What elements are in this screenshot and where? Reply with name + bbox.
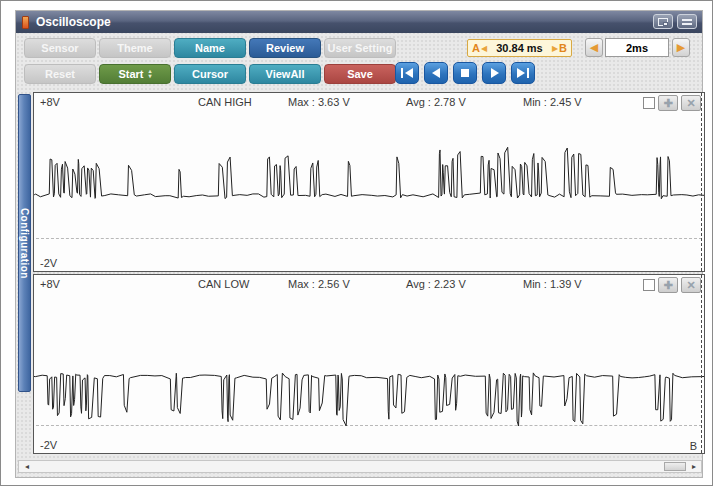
step-back-button[interactable] xyxy=(424,62,448,84)
viewall-button[interactable]: ViewAll xyxy=(249,64,321,84)
stop-button[interactable] xyxy=(453,62,477,84)
close-button[interactable]: ✕ xyxy=(681,277,701,293)
playback-controls xyxy=(395,62,535,84)
ab-time-value: 30.84 ms xyxy=(496,42,542,54)
b-marker-right-icon[interactable]: ▶ xyxy=(552,44,558,53)
scale-bottom-label: -2V xyxy=(40,257,57,269)
start-button-label: Start xyxy=(118,65,143,84)
start-button[interactable]: Start ▴▾ xyxy=(99,64,171,84)
skip-start-icon xyxy=(401,68,413,78)
skip-start-button[interactable] xyxy=(395,62,419,84)
channel-checkbox[interactable] xyxy=(643,97,655,109)
can-low-waveform xyxy=(34,275,704,453)
add-button[interactable]: ✚ xyxy=(658,95,678,111)
add-button[interactable]: ✚ xyxy=(658,277,678,293)
review-button[interactable]: Review xyxy=(249,38,321,58)
screenshot-frame: Oscilloscope Sensor Theme Name Review Us… xyxy=(0,0,713,486)
b-marker-label: B xyxy=(559,42,567,54)
window-layout-button[interactable] xyxy=(677,14,697,29)
close-icon: ✕ xyxy=(686,97,695,109)
sensor-button[interactable]: Sensor xyxy=(24,38,96,58)
channel-name: CAN HIGH xyxy=(198,96,252,108)
step-back-icon xyxy=(430,68,442,78)
b-cursor-line[interactable] xyxy=(701,93,702,271)
close-icon: ✕ xyxy=(686,279,695,291)
scale-top-label: +8V xyxy=(40,278,60,290)
name-button[interactable]: Name xyxy=(174,38,246,58)
titlebar: Oscilloscope xyxy=(16,11,702,33)
b-cursor-line[interactable] xyxy=(701,275,702,453)
cursor-button[interactable]: Cursor xyxy=(174,64,246,84)
scale-top-label: +8V xyxy=(40,96,60,108)
scroll-right-icon[interactable]: ▸ xyxy=(688,461,700,472)
a-marker-left-icon[interactable]: ◀ xyxy=(481,44,487,53)
waveform-panel-can-low: +8V CAN LOW Max : 2.56 V Avg : 2.23 V Mi… xyxy=(33,274,705,454)
timebase-value[interactable]: 2ms xyxy=(605,38,669,57)
scale-bottom-label: -2V xyxy=(40,439,57,451)
play-icon xyxy=(488,68,500,78)
stop-icon xyxy=(459,68,471,78)
b-cursor-label: B xyxy=(690,440,697,452)
max-value: Max : 3.63 V xyxy=(288,96,350,108)
close-button[interactable]: ✕ xyxy=(681,95,701,111)
save-button[interactable]: Save xyxy=(324,64,396,84)
window-restore-icon xyxy=(658,18,668,26)
layout-bars-icon xyxy=(682,19,692,25)
user-setting-button[interactable]: User Setting xyxy=(324,38,396,58)
configuration-tab[interactable]: Configuration xyxy=(18,94,31,392)
plus-icon: ✚ xyxy=(663,279,672,291)
avg-value: Avg : 2.78 V xyxy=(406,96,466,108)
skip-end-button[interactable] xyxy=(511,62,535,84)
timebase-decrease-button[interactable]: ◀ xyxy=(585,38,603,57)
reset-button[interactable]: Reset xyxy=(24,64,96,84)
channel-name: CAN LOW xyxy=(198,278,249,290)
min-value: Min : 1.39 V xyxy=(523,278,582,290)
channel-checkbox[interactable] xyxy=(643,279,655,291)
a-marker-label: A xyxy=(472,42,480,54)
window-mode-button[interactable] xyxy=(653,14,673,29)
theme-button[interactable]: Theme xyxy=(99,38,171,58)
window-title: Oscilloscope xyxy=(36,15,111,29)
toolbar: Sensor Theme Name Review User Setting Re… xyxy=(16,33,702,92)
timebase-increase-button[interactable]: ▶ xyxy=(672,38,690,57)
spinner-arrows-icon: ▴▾ xyxy=(149,69,152,79)
app-icon xyxy=(22,16,29,29)
play-button[interactable] xyxy=(482,62,506,84)
ab-range-display: A ◀ 30.84 ms ▶ B xyxy=(467,39,572,57)
avg-value: Avg : 2.23 V xyxy=(406,278,466,290)
waveform-panel-can-high: +8V CAN HIGH Max : 3.63 V Avg : 2.78 V M… xyxy=(33,92,705,272)
skip-end-icon xyxy=(517,68,529,78)
scroll-left-icon[interactable]: ◂ xyxy=(21,461,33,472)
max-value: Max : 2.56 V xyxy=(288,278,350,290)
titlebar-buttons xyxy=(653,14,697,29)
scrollbar-thumb[interactable] xyxy=(664,462,686,471)
min-value: Min : 2.45 V xyxy=(523,96,582,108)
plus-icon: ✚ xyxy=(663,97,672,109)
can-high-waveform xyxy=(34,93,704,271)
oscilloscope-window: Oscilloscope Sensor Theme Name Review Us… xyxy=(15,10,703,478)
horizontal-scrollbar[interactable]: ◂ ▸ xyxy=(18,460,702,473)
